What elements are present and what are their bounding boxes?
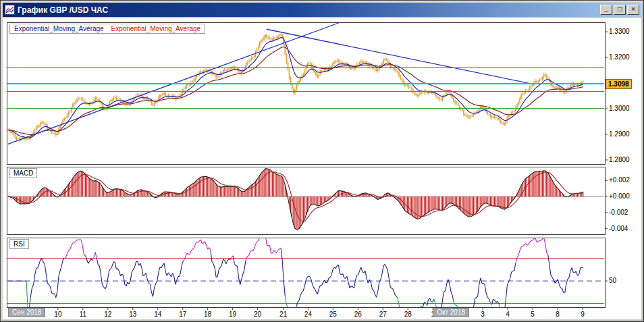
x-axis-day-label: 27 (379, 311, 387, 318)
x-axis-day-label: 11 (80, 311, 86, 318)
x-axis-day-label: 9 (581, 311, 585, 318)
legend-ema-slow-label: Exponential_Moving_Average (111, 25, 200, 32)
indicator-legend: Exponential_Moving_Average Exponential_M… (9, 24, 205, 34)
rsi-line (8, 248, 583, 313)
price-axis-label: 1.3000 (609, 105, 630, 112)
x-axis-day-label: 12 (104, 311, 111, 318)
ema-fast-line (8, 38, 583, 138)
main-panel-border (7, 22, 605, 164)
x-axis-day-label: 5 (531, 311, 535, 318)
x-axis-day-label: 13 (129, 311, 136, 318)
macd-axis-label: -0.004 (609, 225, 628, 232)
x-axis-day-label: 24 (304, 311, 312, 318)
rsi-panel-border (7, 238, 605, 307)
price-axis-label: 1.2800 (609, 156, 630, 163)
macd-axis-label: -0.002 (609, 209, 628, 216)
price-axis-label: 1.3200 (609, 53, 630, 61)
rsi-line-overbought-seg (64, 234, 548, 263)
x-axis-day-label: 14 (154, 311, 161, 318)
window-titlebar[interactable]: График GBP /USD ЧАС _ □ × (3, 3, 641, 17)
candle-bodies (8, 34, 583, 140)
rsi-panel-label: RSI (9, 239, 29, 249)
chart-client-area[interactable]: Exponential_Moving_Average Exponential_M… (3, 18, 641, 319)
chart-canvas[interactable] (3, 18, 641, 319)
maximize-button[interactable]: □ (614, 5, 626, 15)
window-controls: _ □ × (600, 5, 639, 15)
macd-axis-label: +0.002 (609, 176, 630, 184)
close-button[interactable]: × (627, 5, 639, 15)
month-label: Окт 2018 (433, 308, 469, 317)
x-axis-day-label: 8 (556, 311, 560, 318)
macd-line (8, 169, 583, 230)
macd-panel-label: MACD (9, 168, 37, 178)
rsi-axis-label: 50 (609, 277, 616, 284)
minimize-button[interactable]: _ (600, 5, 612, 15)
x-axis-day-label: 4 (506, 311, 510, 318)
x-axis-day-label: 17 (179, 311, 186, 318)
current-price-tag: 1.3098 (606, 79, 632, 89)
x-axis-day-label: 3 (481, 311, 485, 318)
price-axis-label: 1.3300 (609, 28, 630, 35)
x-axis-day-label: 21 (279, 311, 287, 318)
ema-slow-line (8, 47, 583, 135)
app-window: График GBP /USD ЧАС _ □ × Exponential_Mo… (0, 0, 644, 322)
window-icon (5, 5, 15, 15)
legend-ema-fast-label: Exponential_Moving_Average (14, 25, 104, 32)
x-axis-day-label: 25 (329, 311, 337, 318)
x-axis-day-label: 28 (404, 311, 412, 318)
price-axis-label: 1.2900 (609, 130, 630, 138)
month-label: Сен 2018 (8, 308, 45, 317)
x-axis-day-label: 20 (254, 311, 261, 318)
macd-axis-label: +0.000 (609, 192, 630, 200)
x-axis-day-label: 19 (229, 311, 236, 318)
x-axis-day-label: 10 (54, 311, 61, 318)
window-title: График GBP /USD ЧАС (18, 5, 597, 15)
x-axis-day-label: 18 (204, 311, 211, 318)
x-axis-day-label: 26 (354, 311, 362, 318)
candle-wicks (8, 33, 583, 142)
macd-histogram (14, 169, 583, 230)
